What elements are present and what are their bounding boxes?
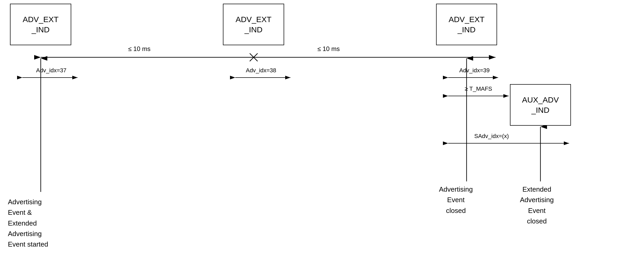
adv-ext-ind-box-3: ADV_EXT _IND (436, 4, 497, 45)
le-10ms-label-2: ≤ 10 ms (302, 45, 355, 53)
adv-ext-ind-box-2: ADV_EXT _IND (223, 4, 284, 45)
adv-ext-ind-label-3: ADV_EXT _IND (449, 14, 485, 35)
adv-idx-37-label: Adv_idx=37 (21, 67, 81, 74)
sadv-idx-label: SAdv_idx=(x) (455, 133, 528, 140)
aux-adv-ind-label: AUX_ADV _IND (522, 95, 559, 115)
adv-ext-ind-box-1: ADV_EXT _IND (10, 4, 71, 45)
aux-adv-ind-box: AUX_ADV _IND (510, 84, 571, 126)
adv-idx-38-label: Adv_idx=38 (231, 67, 291, 74)
adv-idx-39-label: Adv_idx=39 (444, 67, 505, 74)
adv-ext-ind-label-1: ADV_EXT _IND (23, 14, 59, 35)
bottom-label-1: AdvertisingEvent &ExtendedAdvertisingEve… (8, 197, 48, 249)
bottom-label-2: AdvertisingEventclosed (439, 184, 473, 216)
t-mafs-label: ≥ T_MAFS (444, 85, 513, 92)
adv-ext-ind-label-2: ADV_EXT _IND (236, 14, 272, 35)
bottom-label-3: ExtendedAdvertisingEventclosed (520, 184, 554, 226)
le-10ms-label-1: ≤ 10 ms (113, 45, 166, 53)
diagram-container: ADV_EXT _IND ADV_EXT _IND ADV_EXT _IND A… (0, 0, 644, 255)
